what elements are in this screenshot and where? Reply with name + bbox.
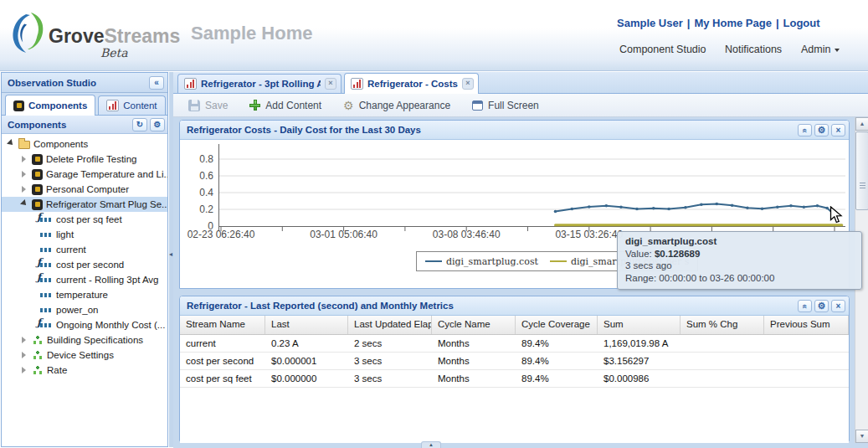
column-header-sum[interactable]: Sum bbox=[598, 316, 681, 334]
sidebar-title: Observation Studio bbox=[8, 78, 96, 88]
expander-collapsed-icon[interactable] bbox=[20, 185, 28, 193]
user-name-link[interactable]: Sample User bbox=[617, 17, 683, 29]
cell-last-updated: 3 secs bbox=[348, 356, 432, 366]
tree-item-label: cost per second bbox=[56, 260, 124, 270]
scroll-up-icon[interactable]: ▲ bbox=[855, 117, 868, 131]
scroll-down-icon[interactable]: ▼ bbox=[855, 430, 868, 443]
tree-item-cost-per-sq-feet[interactable]: cost per sq feet bbox=[2, 212, 167, 227]
tree-item-cost-per-second[interactable]: cost per second bbox=[2, 257, 167, 272]
legend-label: digi_smartplug.cost bbox=[446, 256, 538, 267]
stream-icon bbox=[40, 308, 53, 312]
tree-item-label: Building Specifications bbox=[47, 335, 143, 345]
full-screen-icon bbox=[472, 100, 483, 111]
tree-item-power-on[interactable]: power_on bbox=[2, 302, 167, 317]
tree-item-building-specifications[interactable]: Building Specifications bbox=[2, 332, 167, 348]
panel-close-button[interactable]: × bbox=[831, 124, 845, 136]
column-header-cycle-coverage[interactable]: Cycle Coverage bbox=[516, 316, 598, 334]
tab-refrigerator-3pt-rolling-avg[interactable]: Refrigerator - 3pt Rolling Avg × bbox=[177, 74, 342, 93]
tooltip-value-label: Value: bbox=[625, 249, 652, 259]
cell-stream-name: current bbox=[180, 338, 265, 348]
tree-item-light[interactable]: light bbox=[2, 227, 167, 242]
document-tabs: Refrigerator - 3pt Rolling Avg × Refrige… bbox=[173, 72, 868, 94]
full-screen-button[interactable]: Full Screen bbox=[472, 100, 539, 111]
scrollbar-thumb[interactable] bbox=[855, 131, 868, 210]
save-button[interactable]: Save bbox=[188, 100, 228, 111]
metrics-grid-panel: Refrigerator - Last Reported (second) an… bbox=[179, 296, 850, 441]
tab-close-icon[interactable]: × bbox=[325, 78, 336, 90]
cell-cycle-coverage: 89.4% bbox=[516, 356, 598, 366]
panel-collapse-button[interactable]: « bbox=[798, 124, 812, 136]
table-row-cost-per-sq-feet[interactable]: cost per sq feet $0.000000 3 secs Months… bbox=[180, 370, 849, 388]
cell-cycle-name: Months bbox=[432, 338, 516, 348]
tab-content[interactable]: Content bbox=[98, 95, 165, 115]
group-icon bbox=[32, 335, 44, 345]
expander-collapsed-icon[interactable] bbox=[20, 155, 28, 163]
tree-item-label: current bbox=[56, 245, 86, 255]
grovestreams-logo-icon bbox=[8, 10, 47, 54]
panel-settings-button[interactable]: ⚙ bbox=[814, 124, 829, 136]
tree-item-current-rolling-avg[interactable]: current - Rolling 3pt Avg bbox=[2, 272, 167, 287]
table-row-cost-per-second[interactable]: cost per second $0.000001 3 secs Months … bbox=[180, 353, 849, 370]
expander-collapsed-icon[interactable] bbox=[20, 336, 28, 344]
column-header-last[interactable]: Last bbox=[265, 316, 348, 334]
tooltip-range: Range: 00:00:00 to 03-26 00:00:00 bbox=[625, 272, 854, 285]
tree-item-ongoing-monthly-cost[interactable]: Ongoing Monthly Cost (... bbox=[2, 317, 167, 332]
column-header-last-updated-elapsed[interactable]: Last Updated Elapsed bbox=[348, 316, 432, 334]
panel-close-button[interactable]: × bbox=[831, 300, 845, 312]
column-header-cycle-name[interactable]: Cycle Name bbox=[432, 316, 516, 334]
tree-item-label: power_on bbox=[56, 305, 99, 315]
panel-collapse-button[interactable]: « bbox=[798, 300, 812, 312]
change-appearance-button[interactable]: ⚙Change Appearance bbox=[343, 100, 450, 111]
expander-collapsed-icon[interactable] bbox=[20, 366, 28, 374]
my-home-page-link[interactable]: My Home Page bbox=[694, 17, 771, 29]
tree-item-garage-temperature[interactable]: Garage Temperature and Li... bbox=[2, 167, 167, 182]
components-panel-header: Components ↻ ⚙ bbox=[2, 116, 167, 134]
tree-item-current[interactable]: current bbox=[2, 242, 167, 257]
chart-tooltip: digi_smartplug.cost Value: $0.128689 3 s… bbox=[617, 231, 862, 290]
nav-component-studio[interactable]: Component Studio bbox=[619, 44, 706, 55]
expander-collapsed-icon[interactable] bbox=[20, 351, 28, 359]
tab-components[interactable]: Components bbox=[5, 95, 95, 116]
tab-refrigerator-costs[interactable]: Refrigerator - Costs × bbox=[344, 73, 479, 94]
derived-stream-icon bbox=[40, 278, 53, 282]
tree-settings-button[interactable]: ⚙ bbox=[150, 118, 165, 131]
expander-collapsed-icon[interactable] bbox=[20, 170, 28, 178]
tooltip-ago: 3 secs ago bbox=[625, 260, 854, 272]
expander-expanded-icon[interactable] bbox=[7, 140, 15, 148]
tab-close-icon[interactable]: × bbox=[462, 78, 474, 90]
column-header-previous-sum[interactable]: Previous Sum bbox=[764, 316, 849, 334]
panel-settings-button[interactable]: ⚙ bbox=[814, 300, 829, 312]
column-header-sum-pct-chg[interactable]: Sum % Chg bbox=[681, 316, 764, 334]
nav-admin-menu[interactable]: Admin bbox=[801, 44, 840, 55]
tree-item-personal-computer[interactable]: Personal Computer bbox=[2, 182, 167, 197]
add-content-button[interactable]: Add Content bbox=[249, 100, 321, 111]
cell-last-updated: 2 secs bbox=[348, 338, 432, 348]
tree-item-label: Personal Computer bbox=[46, 184, 129, 194]
grid-panel-title: Refrigerator - Last Reported (second) an… bbox=[187, 301, 454, 311]
tree-item-device-settings[interactable]: Device Settings bbox=[2, 348, 167, 363]
tree-item-label: Refrigerator Smart Plug Se... bbox=[46, 199, 167, 209]
column-header-stream-name[interactable]: Stream Name bbox=[180, 316, 265, 334]
tree-item-delete-profile-testing[interactable]: Delete Profile Testing bbox=[2, 152, 167, 167]
sidebar-collapse-button[interactable]: « bbox=[149, 76, 164, 90]
svg-text:0.2: 0.2 bbox=[199, 203, 213, 215]
tree-item-temperature[interactable]: temperature bbox=[2, 287, 167, 302]
cell-cycle-name: Months bbox=[432, 356, 516, 366]
tree-item-rate[interactable]: Rate bbox=[2, 363, 167, 378]
legend-line-swatch bbox=[425, 260, 442, 262]
cell-cycle-coverage: 89.4% bbox=[516, 373, 598, 384]
full-screen-label: Full Screen bbox=[488, 100, 539, 111]
bottom-splitter-handle[interactable]: ▲ bbox=[421, 441, 441, 448]
logout-link[interactable]: Logout bbox=[783, 17, 820, 29]
table-row-current[interactable]: current 0.23 A 2 secs Months 89.4% 1,169… bbox=[180, 335, 849, 353]
tree-item-refrigerator-smart-plug[interactable]: Refrigerator Smart Plug Se... bbox=[2, 197, 167, 212]
page-title: Sample Home bbox=[191, 23, 313, 44]
nav-notifications[interactable]: Notifications bbox=[725, 44, 782, 55]
expander-expanded-icon[interactable] bbox=[20, 200, 28, 209]
refresh-button[interactable]: ↻ bbox=[132, 118, 147, 131]
tree-item-components-root[interactable]: Components bbox=[2, 136, 167, 152]
tree-item-label: Delete Profile Testing bbox=[46, 154, 136, 164]
tooltip-value-row: Value: $0.128689 bbox=[625, 248, 854, 260]
derived-stream-icon bbox=[40, 323, 53, 327]
tooltip-title: digi_smartplug.cost bbox=[625, 235, 854, 248]
